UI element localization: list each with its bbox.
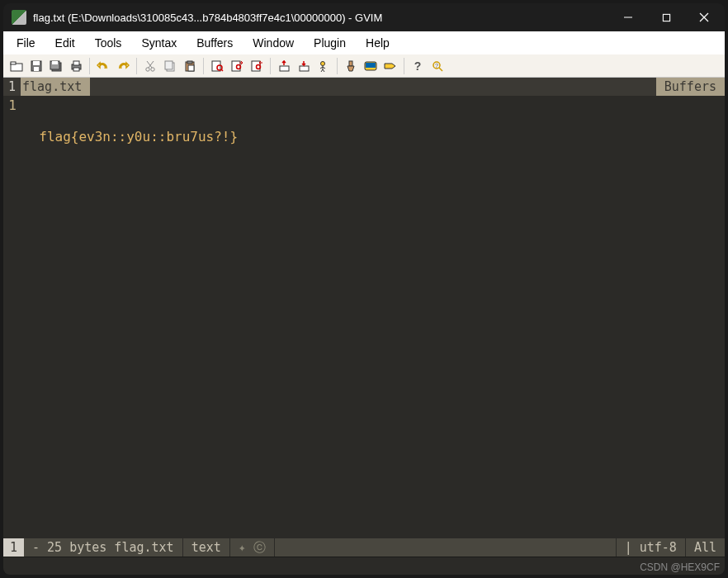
toolbar-separator — [404, 58, 404, 74]
buffer-tabline: 1 flag.txt Buffers — [3, 78, 725, 96]
status-line-number: 1 — [3, 538, 24, 557]
find-icon[interactable] — [209, 58, 225, 74]
toolbar-separator — [270, 58, 271, 74]
toolbar-separator — [136, 58, 137, 74]
open-icon[interactable] — [8, 58, 25, 74]
svg-rect-22 — [187, 61, 192, 64]
svg-line-38 — [439, 68, 442, 71]
load-session-icon[interactable] — [276, 58, 292, 74]
command-line[interactable] — [3, 557, 725, 575]
svg-rect-20 — [165, 61, 173, 69]
status-filetype: text — [183, 538, 229, 557]
maximize-button[interactable] — [647, 3, 685, 31]
find-help-icon[interactable]: ? — [429, 58, 446, 74]
status-position: All — [686, 538, 725, 557]
minimize-button[interactable] — [609, 3, 647, 31]
svg-rect-36 — [366, 63, 376, 68]
undo-icon[interactable] — [95, 58, 111, 74]
redo-icon[interactable] — [115, 58, 131, 74]
toolbar: ? ? — [3, 54, 725, 78]
shell-icon[interactable] — [362, 58, 379, 74]
code-content[interactable]: flag{ev3n::y0u::bru7us?!} — [20, 96, 725, 538]
status-flags: ✦ ⓒ — [230, 538, 274, 557]
menu-window[interactable]: Window — [243, 31, 304, 54]
statusbar: 1 - 25 bytes flag.txt text ✦ ⓒ | utf-8 A… — [3, 538, 725, 557]
svg-point-16 — [151, 67, 154, 70]
window-title: flag.txt (E:\Downloads\310085c43...b784b… — [33, 12, 382, 24]
svg-line-26 — [221, 69, 223, 71]
svg-rect-32 — [300, 66, 309, 71]
close-button[interactable] — [685, 3, 723, 31]
menu-syntax[interactable]: Syntax — [131, 31, 187, 54]
svg-text:?: ? — [435, 63, 438, 69]
svg-rect-23 — [188, 65, 194, 71]
menu-plugin[interactable]: Plugin — [304, 31, 356, 54]
svg-rect-7 — [33, 61, 40, 65]
svg-rect-8 — [34, 67, 39, 71]
svg-point-33 — [321, 61, 325, 65]
titlebar[interactable]: flag.txt (E:\Downloads\310085c43...b784b… — [3, 3, 725, 31]
tags-icon[interactable] — [382, 58, 399, 74]
line-number-gutter: 1 — [3, 96, 20, 538]
status-fileinfo: - 25 bytes flag.txt — [24, 538, 182, 557]
editor-area[interactable]: 1 flag{ev3n::y0u::bru7us?!} — [3, 96, 725, 538]
buffers-panel-label[interactable]: Buffers — [656, 78, 725, 96]
toolbar-separator — [337, 58, 338, 74]
cut-icon[interactable] — [142, 58, 158, 74]
svg-rect-34 — [349, 61, 352, 66]
svg-rect-11 — [52, 61, 58, 64]
app-icon — [12, 10, 26, 25]
menu-file[interactable]: File — [7, 31, 45, 54]
svg-rect-14 — [73, 68, 79, 71]
window-frame: flag.txt (E:\Downloads\310085c43...b784b… — [3, 3, 725, 575]
save-all-icon[interactable] — [48, 58, 64, 74]
watermark: CSDN @HEX9CF — [640, 561, 720, 573]
toolbar-separator — [203, 58, 204, 74]
toolbar-separator — [89, 58, 90, 74]
save-icon[interactable] — [28, 58, 45, 74]
svg-rect-31 — [280, 66, 289, 71]
make-icon[interactable] — [343, 58, 359, 74]
menu-tools[interactable]: Tools — [85, 31, 132, 54]
svg-point-15 — [146, 67, 149, 70]
find-prev-icon[interactable] — [248, 58, 265, 74]
svg-rect-13 — [73, 61, 79, 65]
copy-icon[interactable] — [162, 58, 178, 74]
save-session-icon[interactable] — [295, 58, 312, 74]
status-encoding: | utf-8 — [617, 538, 685, 557]
run-script-icon[interactable] — [315, 58, 332, 74]
buffer-number[interactable]: 1 — [3, 78, 21, 96]
menu-help[interactable]: Help — [356, 31, 399, 54]
menu-edit[interactable]: Edit — [45, 31, 85, 54]
code-text: flag{ev3n::y0u::bru7us?!} — [23, 129, 238, 144]
svg-rect-1 — [663, 14, 669, 21]
menu-buffers[interactable]: Buffers — [187, 31, 243, 54]
menubar: File Edit Tools Syntax Buffers Window Pl… — [3, 31, 725, 54]
buffer-tab-name[interactable]: flag.txt — [21, 78, 90, 96]
svg-rect-5 — [11, 62, 16, 64]
print-icon[interactable] — [68, 58, 84, 74]
line-number: 1 — [3, 97, 17, 113]
find-next-icon[interactable] — [229, 58, 245, 74]
help-icon[interactable]: ? — [409, 58, 426, 74]
paste-icon[interactable] — [182, 58, 198, 74]
